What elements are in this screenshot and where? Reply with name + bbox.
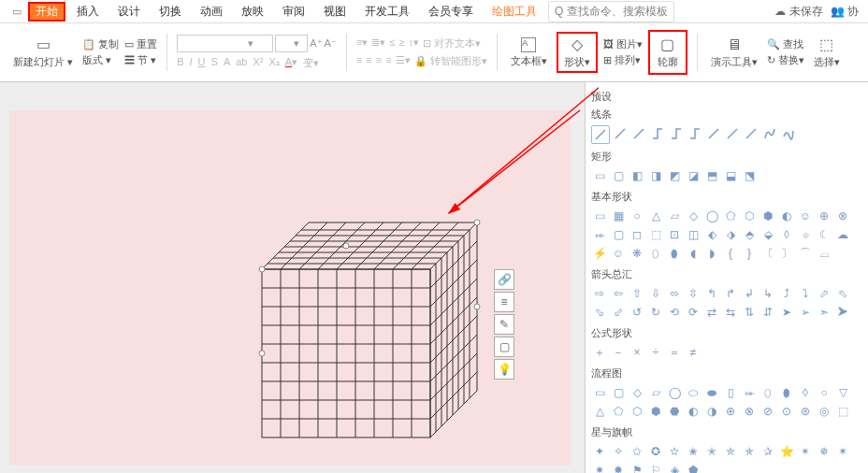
align-center-icon[interactable]: ≡: [366, 54, 371, 68]
shape-item[interactable]: ◗: [703, 245, 720, 262]
shape-item[interactable]: ⬭: [685, 384, 702, 401]
shape-item[interactable]: ↻: [647, 304, 664, 321]
smartart-button[interactable]: 🔒 转智能图形▾: [414, 54, 487, 68]
shape-item[interactable]: ✰: [760, 443, 776, 460]
tab-review[interactable]: 审阅: [275, 2, 312, 22]
shape-item[interactable]: ▢: [610, 167, 627, 184]
shape-item[interactable]: ⊛: [797, 403, 814, 420]
shape-item[interactable]: ≠: [685, 344, 702, 361]
shape-item[interactable]: ▭: [591, 384, 608, 401]
shape-item[interactable]: ⬙: [760, 226, 776, 243]
outline-button[interactable]: ▢轮廓: [654, 34, 682, 71]
shape-item[interactable]: ⊕: [722, 403, 739, 420]
line-spacing-icon[interactable]: ↕▾: [408, 36, 419, 50]
elbow-connector-shape[interactable]: [649, 125, 666, 142]
shape-item[interactable]: ⬮: [666, 245, 683, 262]
shape-item[interactable]: △: [647, 208, 664, 224]
curve-double-shape[interactable]: [743, 125, 760, 142]
shape-item[interactable]: }: [741, 245, 758, 262]
shape-item[interactable]: ◯: [666, 384, 683, 401]
line-arrow-shape[interactable]: [612, 125, 629, 142]
shape-item[interactable]: ⇆: [722, 304, 739, 321]
shape-item[interactable]: ×: [629, 344, 645, 361]
shape-item[interactable]: ✦: [591, 443, 608, 460]
shape-item[interactable]: ⊗: [741, 403, 758, 420]
indent-right-icon[interactable]: ≥: [398, 36, 404, 50]
find-button[interactable]: 🔍 查找: [767, 37, 804, 51]
tab-drawing-tools[interactable]: 绘图工具: [485, 2, 544, 22]
line-shape[interactable]: [591, 125, 610, 144]
tab-view[interactable]: 视图: [316, 2, 354, 22]
bullets-icon[interactable]: ≡▾: [356, 36, 368, 50]
shape-item[interactable]: ◇: [629, 384, 645, 401]
shape-item[interactable]: ◐: [778, 208, 795, 224]
cube-shape[interactable]: [253, 213, 496, 466]
shape-item[interactable]: ⇦: [610, 285, 627, 302]
shape-item[interactable]: ⭐: [778, 443, 795, 460]
shape-item[interactable]: ✪: [647, 443, 664, 460]
shape-item[interactable]: ○: [816, 384, 832, 401]
shape-item[interactable]: ☺: [797, 208, 814, 224]
shape-item[interactable]: ✧: [610, 443, 627, 460]
shape-item[interactable]: ⬡: [629, 403, 645, 420]
shape-item[interactable]: ◈: [666, 462, 683, 473]
scribble-shape[interactable]: [780, 125, 797, 142]
shape-item[interactable]: ↳: [760, 285, 776, 302]
shape-item[interactable]: ⟲: [666, 304, 683, 321]
shape-item[interactable]: ◇: [685, 208, 702, 224]
shape-item[interactable]: ◫: [685, 226, 702, 243]
shape-item[interactable]: ⬟: [685, 462, 702, 473]
shape-item[interactable]: ⬖: [703, 226, 720, 243]
shape-item[interactable]: ✩: [629, 443, 645, 460]
shape-item[interactable]: ✴: [797, 443, 814, 460]
shape-item[interactable]: ⟐: [797, 226, 814, 243]
shape-item[interactable]: ✸: [610, 462, 627, 473]
shape-item[interactable]: ⬯: [760, 384, 776, 401]
shape-item[interactable]: ◑: [703, 403, 720, 420]
font-color-icon[interactable]: A▾: [285, 56, 297, 70]
tab-animation[interactable]: 动画: [193, 2, 230, 22]
qat-icon[interactable]: ▭: [9, 4, 24, 19]
shape-item[interactable]: ⬬: [703, 384, 720, 401]
float-pen-icon[interactable]: ✎: [494, 314, 514, 335]
shape-item[interactable]: ▭: [591, 167, 608, 184]
grow-font-icon[interactable]: A⁺: [310, 37, 322, 50]
clear-icon[interactable]: X²: [253, 56, 263, 70]
shape-item[interactable]: ⊗: [834, 208, 851, 224]
shape-item[interactable]: ⬔: [741, 167, 758, 184]
align-left-icon[interactable]: ≡: [356, 54, 362, 68]
float-lock-icon[interactable]: 🔗: [494, 269, 514, 290]
shape-item[interactable]: ➢: [797, 304, 814, 321]
size-combo[interactable]: ▾: [275, 35, 308, 52]
shape-item[interactable]: ＝: [666, 344, 683, 361]
shape-item[interactable]: ⬣: [666, 403, 683, 420]
shape-item[interactable]: ▱: [647, 384, 664, 401]
shape-item[interactable]: {: [722, 245, 739, 262]
shape-item[interactable]: ✯: [741, 443, 758, 460]
shape-item[interactable]: ⊘: [760, 403, 776, 420]
replace-button[interactable]: ↻ 替换▾: [767, 53, 804, 67]
tab-developer[interactable]: 开发工具: [357, 2, 417, 22]
picture-button[interactable]: 🖼 图片▾: [603, 37, 643, 51]
shape-item[interactable]: ⬒: [703, 167, 720, 184]
shape-item[interactable]: ✷: [591, 462, 608, 473]
shape-item[interactable]: ➣: [816, 304, 832, 321]
shape-button[interactable]: ◇形状▾: [557, 32, 598, 73]
shape-item[interactable]: ⚐: [647, 462, 664, 473]
elbow-arrow-shape[interactable]: [668, 125, 685, 142]
shape-item[interactable]: ⚑: [629, 462, 645, 473]
tab-design[interactable]: 设计: [110, 2, 148, 22]
shape-item[interactable]: ○: [629, 208, 645, 224]
arrange-button[interactable]: ⊞ 排列▾: [603, 53, 643, 67]
shape-item[interactable]: ⤴: [778, 285, 795, 302]
shape-item[interactable]: ☁: [834, 226, 851, 243]
bold-icon[interactable]: B: [177, 56, 183, 70]
shape-item[interactable]: ⊙: [778, 403, 795, 420]
shape-item[interactable]: ⬯: [647, 245, 664, 262]
shape-item[interactable]: ⬰: [591, 226, 608, 243]
shape-item[interactable]: ◨: [647, 167, 664, 184]
shape-item[interactable]: ⬚: [834, 403, 851, 420]
align-right-icon[interactable]: ≡: [376, 54, 382, 68]
shape-item[interactable]: ＋: [591, 344, 608, 361]
shape-item[interactable]: ⬃: [610, 304, 627, 321]
